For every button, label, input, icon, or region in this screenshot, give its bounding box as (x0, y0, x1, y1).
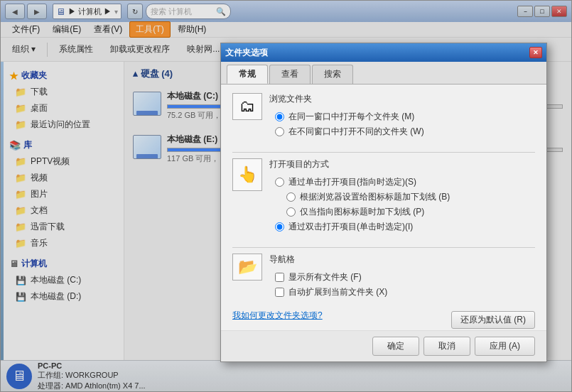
open-double-label: 通过双击打开项目(单击时选定)(I) (288, 221, 413, 233)
open-radio-hover[interactable] (286, 207, 296, 217)
open-option-double-click[interactable]: 通过双击打开项目(单击时选定)(I) (275, 221, 450, 233)
open-hover-label: 仅当指向图标标题时加下划线 (P) (300, 206, 424, 218)
tab-general[interactable]: 常规 (227, 65, 268, 84)
nav-section: 📂 导航格 显示所有文件夹 (F) 自动扩展到当前文件夹 (X) (232, 254, 535, 304)
browse-option-same-window[interactable]: 在同一窗口中打开每个文件夹 (M) (275, 111, 424, 123)
browse-icon: 🗂 (232, 93, 262, 120)
dialog-overlay: 文件夹选项 ✕ 常规 查看 搜索 🗂 浏览文件夹 (0, 0, 572, 392)
browse-radio-diff[interactable] (275, 127, 284, 136)
dialog-title: 文件夹选项 (225, 47, 268, 59)
browse-section-title: 浏览文件夹 (269, 93, 424, 105)
dialog-tabs: 常规 查看 搜索 (221, 62, 546, 85)
open-option-single-click[interactable]: 通过单击打开项目(指向时选定)(S) (275, 176, 450, 188)
folder-options-dialog: 文件夹选项 ✕ 常规 查看 搜索 🗂 浏览文件夹 (220, 43, 547, 362)
open-radio-group: 通过单击打开项目(指向时选定)(S) 根据浏览器设置给图标标题加下划线 (B) … (275, 176, 450, 233)
tab-search[interactable]: 搜索 (312, 65, 353, 84)
restore-defaults-button[interactable]: 还原为默认值 (R) (451, 311, 535, 329)
cancel-button[interactable]: 取消 (423, 337, 470, 356)
dialog-footer: 确定 取消 应用 (A) (221, 330, 546, 361)
browse-option-same-label: 在同一窗口中打开每个文件夹 (M) (288, 111, 414, 123)
apply-button[interactable]: 应用 (A) (475, 337, 535, 356)
open-option-hover-underline[interactable]: 仅当指向图标标题时加下划线 (P) (286, 206, 450, 218)
tab-view[interactable]: 查看 (269, 65, 311, 84)
nav-section-title: 导航格 (269, 254, 387, 266)
open-section: 👆 打开项目的方式 通过单击打开项目(指向时选定)(S) 根据浏览器设置给图标标… (232, 158, 535, 241)
dialog-title-bar: 文件夹选项 ✕ (221, 43, 546, 62)
nav-show-all-label: 显示所有文件夹 (F) (288, 271, 362, 283)
open-section-title: 打开项目的方式 (269, 158, 450, 170)
open-browser-label: 根据浏览器设置给图标标题加下划线 (B) (300, 191, 450, 203)
nav-folder-icon: 📂 (232, 254, 262, 281)
nav-auto-expand-label: 自动扩展到当前文件夹 (X) (288, 286, 387, 298)
nav-checkbox-group: 显示所有文件夹 (F) 自动扩展到当前文件夹 (X) (275, 271, 387, 298)
browse-section: 🗂 浏览文件夹 在同一窗口中打开每个文件夹 (M) 在不同窗口中打开不同的文件夹… (232, 93, 535, 146)
open-options-group: 打开项目的方式 通过单击打开项目(指向时选定)(S) 根据浏览器设置给图标标题加… (269, 158, 450, 241)
open-radio-double[interactable] (275, 222, 284, 232)
dialog-content: 🗂 浏览文件夹 在同一窗口中打开每个文件夹 (M) 在不同窗口中打开不同的文件夹… (221, 85, 546, 330)
open-radio-browser[interactable] (286, 192, 296, 202)
nav-show-all-folders[interactable]: 显示所有文件夹 (F) (275, 271, 387, 283)
browse-radio-same[interactable] (275, 112, 284, 121)
nav-auto-expand[interactable]: 自动扩展到当前文件夹 (X) (275, 286, 387, 298)
nav-options-group: 导航格 显示所有文件夹 (F) 自动扩展到当前文件夹 (X) (269, 254, 387, 304)
open-option-browser-underline[interactable]: 根据浏览器设置给图标标题加下划线 (B) (286, 191, 450, 203)
nav-checkbox-auto-expand[interactable] (275, 288, 284, 297)
browse-options-group: 浏览文件夹 在同一窗口中打开每个文件夹 (M) 在不同窗口中打开不同的文件夹 (… (269, 93, 424, 146)
open-radio-single[interactable] (275, 178, 284, 187)
divider-2 (232, 247, 535, 248)
divider-1 (232, 152, 535, 153)
dialog-close-button[interactable]: ✕ (529, 47, 542, 58)
help-link[interactable]: 我如何更改文件夹选项? (232, 310, 323, 320)
browse-option-diff-label: 在不同窗口中打开不同的文件夹 (W) (288, 126, 424, 138)
open-icon: 👆 (232, 158, 262, 191)
browse-radio-group: 在同一窗口中打开每个文件夹 (M) 在不同窗口中打开不同的文件夹 (W) (275, 111, 424, 138)
browse-option-diff-window[interactable]: 在不同窗口中打开不同的文件夹 (W) (275, 126, 424, 138)
nav-checkbox-show-all[interactable] (275, 273, 284, 282)
open-single-label: 通过单击打开项目(指向时选定)(S) (288, 176, 416, 188)
ok-button[interactable]: 确定 (372, 337, 419, 356)
